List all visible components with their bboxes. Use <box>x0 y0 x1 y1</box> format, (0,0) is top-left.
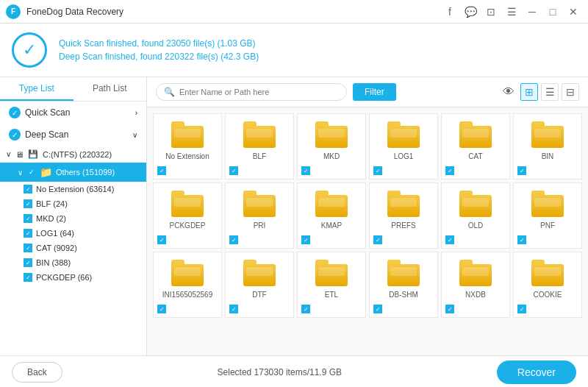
file-checkbox[interactable]: ✓ <box>517 235 526 244</box>
quick-scan-check: ✓ <box>9 107 21 118</box>
sidebar-item-quick-scan[interactable]: ✓ Quick Scan › <box>0 102 146 124</box>
file-checkbox[interactable]: ✓ <box>373 235 382 244</box>
sub-item-checkbox[interactable]: ✓ <box>24 229 32 238</box>
file-name: PCKGDEP <box>170 221 206 230</box>
drive-icon: 💾 <box>28 149 38 159</box>
folder-graphic <box>459 260 492 286</box>
file-tile[interactable]: ✓ PNF <box>513 182 582 249</box>
folder-graphic <box>459 121 492 148</box>
sidebar-sub-item[interactable]: ✓ MKD (2) <box>0 211 146 226</box>
file-tile[interactable]: ✓ BLF <box>225 113 294 180</box>
sidebar-sub-item[interactable]: ✓ PCKGDEP (66) <box>0 270 146 285</box>
file-tile[interactable]: ✓ PREFS <box>369 182 438 249</box>
folder-graphic <box>243 191 276 217</box>
file-tile[interactable]: ✓ ETL <box>297 252 366 318</box>
facebook-icon[interactable]: f <box>441 3 459 21</box>
file-grid: ✓ No Extension ✓ BLF ✓ MKD <box>147 107 588 355</box>
sub-item-checkbox[interactable]: ✓ <box>24 273 32 282</box>
sub-item-checkbox[interactable]: ✓ <box>24 185 32 194</box>
status-circle: ✓ <box>12 32 47 68</box>
sub-item-label: BLF (24) <box>36 199 68 208</box>
file-tile[interactable]: ✓ PRI <box>225 182 294 249</box>
sidebar-item-others[interactable]: ∨ ✓ 📁 Others (151099) <box>0 163 146 182</box>
sidebar-sub-item[interactable]: ✓ BIN (388) <box>0 255 146 270</box>
others-checkbox[interactable]: ✓ <box>26 168 36 177</box>
sidebar-sub-item[interactable]: ✓ No Extension (63614) <box>0 182 146 196</box>
file-tile[interactable]: ✓ No Extension <box>153 113 222 180</box>
folder-graphic <box>171 260 204 286</box>
sub-item-checkbox[interactable]: ✓ <box>24 214 32 223</box>
file-checkbox[interactable]: ✓ <box>229 235 238 244</box>
filter-button[interactable]: Filter <box>353 83 396 101</box>
file-tile[interactable]: ✓ OLD <box>441 182 510 249</box>
file-tile[interactable]: ✓ DB-SHM <box>369 252 438 318</box>
file-tile[interactable]: ✓ INI1565052569 <box>153 252 222 318</box>
file-name: No Extension <box>165 152 209 160</box>
minimize-icon[interactable]: ─ <box>523 3 541 21</box>
back-button[interactable]: Back <box>12 362 62 383</box>
file-tile[interactable]: ✓ DTF <box>225 252 294 318</box>
eye-icon[interactable]: 👁 <box>503 85 514 99</box>
file-checkbox[interactable]: ✓ <box>445 166 454 175</box>
file-tile[interactable]: ✓ LOG1 <box>369 113 438 180</box>
sub-item-checkbox[interactable]: ✓ <box>24 258 32 267</box>
sub-item-checkbox[interactable]: ✓ <box>24 199 32 208</box>
file-checkbox[interactable]: ✓ <box>517 166 526 175</box>
status-text: Selected 173030 items/11.9 GB <box>71 367 488 377</box>
toolbar: 🔍 Filter 👁 ⊞ ☰ ⊟ <box>147 77 588 107</box>
file-checkbox[interactable]: ✓ <box>373 305 382 313</box>
recover-button[interactable]: Recover <box>497 361 576 384</box>
file-tile[interactable]: ✓ MKD <box>297 113 366 180</box>
file-checkbox[interactable]: ✓ <box>445 305 454 313</box>
maximize-icon[interactable]: □ <box>544 3 562 21</box>
file-tile[interactable]: ✓ CAT <box>441 113 510 180</box>
sub-item-label: CAT (9092) <box>36 244 77 252</box>
file-tile[interactable]: ✓ COOKIE <box>513 252 582 318</box>
quick-scan-result: Quick Scan finished, found 23050 file(s)… <box>59 38 259 49</box>
file-tile[interactable]: ✓ PCKGDEP <box>153 182 222 249</box>
tab-path-list[interactable]: Path List <box>74 77 147 101</box>
folder-icon: 📁 <box>40 166 52 178</box>
file-checkbox[interactable]: ✓ <box>157 235 166 244</box>
file-name: INI1565052569 <box>162 291 212 299</box>
sub-item-checkbox[interactable]: ✓ <box>24 244 32 252</box>
close-icon[interactable]: ✕ <box>564 3 582 21</box>
sidebar-item-drive[interactable]: ∨ 🖥 💾 C:(NTFS) (220322) <box>0 146 146 163</box>
file-tile[interactable]: ✓ KMAP <box>297 182 366 249</box>
file-checkbox[interactable]: ✓ <box>157 166 166 175</box>
file-name: CAT <box>468 152 482 160</box>
file-checkbox[interactable]: ✓ <box>229 305 238 313</box>
search-input[interactable] <box>179 88 339 96</box>
file-checkbox[interactable]: ✓ <box>373 166 382 175</box>
sidebar-item-deep-scan[interactable]: ✓ Deep Scan ∨ <box>0 124 146 146</box>
file-name: DB-SHM <box>389 291 417 299</box>
sub-item-label: MKD (2) <box>36 214 66 223</box>
sidebar-sub-item[interactable]: ✓ LOG1 (64) <box>0 226 146 241</box>
file-checkbox[interactable]: ✓ <box>301 235 310 244</box>
bottom-bar: Back Selected 173030 items/11.9 GB Recov… <box>0 355 588 387</box>
expand-icon: ∨ <box>6 150 11 158</box>
sub-item-label: LOG1 (64) <box>36 229 74 238</box>
file-checkbox[interactable]: ✓ <box>301 166 310 175</box>
file-checkbox[interactable]: ✓ <box>445 235 454 244</box>
file-tile[interactable]: ✓ BIN <box>513 113 582 180</box>
folder-graphic <box>315 260 348 286</box>
save-icon[interactable]: ⊡ <box>482 3 500 21</box>
search-box[interactable]: 🔍 <box>156 83 347 101</box>
list-view-icon[interactable]: ☰ <box>541 83 559 101</box>
sidebar-sub-item[interactable]: ✓ BLF (24) <box>0 196 146 211</box>
file-name: OLD <box>468 221 484 230</box>
file-checkbox[interactable]: ✓ <box>229 166 238 175</box>
file-checkbox[interactable]: ✓ <box>517 305 526 313</box>
chat-icon[interactable]: 💬 <box>462 3 479 21</box>
file-checkbox[interactable]: ✓ <box>301 305 310 313</box>
tab-type-list[interactable]: Type List <box>0 77 74 101</box>
menu-icon[interactable]: ☰ <box>503 3 520 21</box>
file-checkbox[interactable]: ✓ <box>157 305 166 313</box>
deep-scan-arrow: ∨ <box>132 131 137 139</box>
title-bar-controls: f 💬 ⊡ ☰ ─ □ ✕ <box>441 3 582 21</box>
grid-view-icon[interactable]: ⊞ <box>520 83 538 101</box>
file-tile[interactable]: ✓ NXDB <box>441 252 510 318</box>
sidebar-sub-item[interactable]: ✓ CAT (9092) <box>0 241 146 255</box>
detail-view-icon[interactable]: ⊟ <box>562 83 579 101</box>
